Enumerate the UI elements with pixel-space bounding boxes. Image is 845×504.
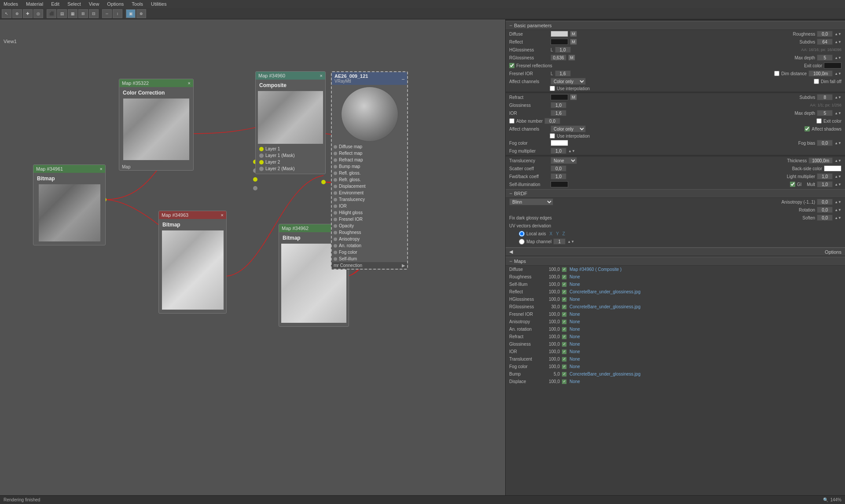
maps-row-check-2[interactable]: ✓ bbox=[562, 282, 568, 287]
tool-10[interactable]: ↔ bbox=[102, 9, 112, 18]
dim-falloff-checkbox[interactable] bbox=[814, 79, 819, 84]
affect-channels-select[interactable]: Color only bbox=[551, 78, 586, 85]
maps-row-check-8[interactable]: ✓ bbox=[562, 327, 568, 332]
maps-row-name-1[interactable]: None bbox=[569, 274, 580, 279]
diffuse-m[interactable]: M bbox=[570, 31, 577, 37]
maps-check-box-2[interactable]: ✓ bbox=[562, 282, 567, 287]
reflect-m[interactable]: M bbox=[570, 39, 577, 45]
backside-swatch[interactable] bbox=[824, 165, 841, 172]
maps-row-check-15[interactable]: ✓ bbox=[562, 379, 568, 384]
tool-active[interactable]: ▣ bbox=[126, 9, 136, 18]
menu-select[interactable]: Select bbox=[66, 1, 83, 7]
node-vray[interactable]: AE26_009_121 VRayMtl – Diffuse map Refle… bbox=[331, 71, 408, 270]
maps-row-name-0[interactable]: Map #34960 ( Composite ) bbox=[569, 267, 621, 272]
maps-row-name-10[interactable]: None bbox=[569, 342, 580, 347]
node-cc-close[interactable]: × bbox=[188, 80, 191, 86]
roughness-spin[interactable]: ▲▼ bbox=[834, 32, 841, 36]
fresnel-ior-input[interactable] bbox=[555, 70, 571, 77]
tool-4[interactable]: ◎ bbox=[33, 9, 43, 18]
fog-mult-spin[interactable]: ▲▼ bbox=[568, 149, 575, 153]
maps-row-check-9[interactable]: ✓ bbox=[562, 334, 568, 340]
soften-input[interactable] bbox=[817, 215, 833, 221]
maps-check-box-4[interactable]: ✓ bbox=[562, 297, 567, 302]
affect-shadows-checkbox[interactable] bbox=[805, 126, 810, 131]
refract-m[interactable]: M bbox=[570, 94, 577, 100]
maps-row-check-11[interactable]: ✓ bbox=[562, 349, 568, 354]
translucency-select[interactable]: None bbox=[551, 157, 577, 164]
maps-row-name-5[interactable]: ConcreteBare_under_glossiness.jpg bbox=[569, 304, 640, 309]
maps-row-check-6[interactable]: ✓ bbox=[562, 312, 568, 317]
soften-spin[interactable]: ▲▼ bbox=[834, 216, 841, 220]
maxdepth-spin[interactable]: ▲▼ bbox=[834, 56, 841, 60]
maps-check-box-6[interactable]: ✓ bbox=[562, 312, 567, 317]
fwdback-input[interactable] bbox=[551, 173, 566, 179]
maps-row-check-10[interactable]: ✓ bbox=[562, 342, 568, 347]
maps-row-name-15[interactable]: None bbox=[569, 379, 580, 384]
aniso-spin[interactable]: ▲▼ bbox=[834, 200, 841, 204]
maps-check-box-10[interactable]: ✓ bbox=[562, 342, 567, 347]
tool-2[interactable]: ⊕ bbox=[12, 9, 22, 18]
tool-3[interactable]: ✚ bbox=[23, 9, 33, 18]
fog-bias-input[interactable] bbox=[817, 140, 833, 146]
maps-check-box-1[interactable]: ✓ bbox=[562, 274, 567, 280]
self-illum-swatch[interactable] bbox=[551, 181, 568, 187]
abbe-checkbox[interactable] bbox=[509, 118, 514, 124]
affect-channels2-select[interactable]: Color only bbox=[551, 125, 586, 132]
roughness-input[interactable] bbox=[817, 31, 833, 37]
tool-8[interactable]: ⊞ bbox=[78, 9, 88, 18]
use-interpolation2-checkbox[interactable] bbox=[550, 133, 555, 139]
rglos-input[interactable] bbox=[551, 55, 566, 61]
maps-check-box-0[interactable]: ✓ bbox=[562, 267, 567, 272]
arrow-left[interactable]: ◀ bbox=[509, 249, 513, 255]
maps-check-box-8[interactable]: ✓ bbox=[562, 327, 567, 332]
exit-color-swatch[interactable] bbox=[824, 62, 841, 69]
maps-row-check-3[interactable]: ✓ bbox=[562, 289, 568, 295]
tool-6[interactable]: ▤ bbox=[57, 9, 67, 18]
maps-check-box-12[interactable]: ✓ bbox=[562, 357, 567, 362]
tool-5[interactable]: ⬛ bbox=[47, 9, 56, 18]
maps-row-name-8[interactable]: None bbox=[569, 327, 580, 332]
mult-spin[interactable]: ▲▼ bbox=[834, 183, 841, 186]
use-interpolation-checkbox[interactable] bbox=[550, 86, 555, 91]
section-minus-brdf[interactable]: − bbox=[509, 190, 512, 197]
dim-distance-input[interactable] bbox=[808, 70, 833, 77]
maps-row-name-14[interactable]: ConcreteBare_under_glossiness.jpg bbox=[569, 372, 640, 376]
maps-row-name-6[interactable]: None bbox=[569, 312, 580, 317]
section-minus-maps[interactable]: − bbox=[509, 258, 512, 264]
maps-row-name-9[interactable]: None bbox=[569, 334, 580, 339]
rotation-input[interactable] bbox=[817, 207, 833, 213]
mult-input[interactable] bbox=[817, 181, 833, 187]
refract-subdivs-input[interactable] bbox=[817, 94, 833, 100]
node-bitmap1[interactable]: Map #34961 × Bitmap bbox=[33, 164, 106, 245]
tool-12[interactable]: ⊕ bbox=[136, 9, 146, 18]
exit-color-r-checkbox[interactable] bbox=[816, 118, 822, 124]
reflect-swatch[interactable] bbox=[551, 39, 568, 45]
gloss-r-input[interactable] bbox=[551, 102, 566, 108]
gi-checkbox[interactable] bbox=[790, 182, 795, 187]
maxdepth-r-input[interactable] bbox=[817, 110, 833, 116]
thickness-input[interactable] bbox=[808, 157, 833, 164]
node-color-correction[interactable]: Map #35322 × Color Correction Map bbox=[119, 79, 194, 171]
map-channel-spin[interactable]: ▲▼ bbox=[567, 240, 574, 244]
maps-row-check-4[interactable]: ✓ bbox=[562, 297, 568, 302]
menu-view[interactable]: View bbox=[87, 1, 101, 7]
tool-11[interactable]: ↕ bbox=[113, 9, 122, 18]
map-channel-radio[interactable] bbox=[519, 239, 525, 245]
dim-distance-checkbox[interactable] bbox=[774, 71, 779, 76]
light-mult-input[interactable] bbox=[817, 173, 833, 179]
menu-modes[interactable]: Modes bbox=[2, 1, 20, 7]
fog-mult-input[interactable] bbox=[551, 148, 566, 154]
fresnel-checkbox[interactable] bbox=[509, 63, 514, 68]
node-composite[interactable]: Map #34960 × Composite Layer 1 Layer 1 (… bbox=[255, 71, 326, 174]
map-channel-input[interactable] bbox=[553, 238, 566, 245]
menu-tools[interactable]: Tools bbox=[130, 1, 145, 7]
node-composite-close[interactable]: × bbox=[320, 73, 323, 78]
tool-cursor[interactable]: ↖ bbox=[2, 9, 11, 18]
maps-check-box-11[interactable]: ✓ bbox=[562, 349, 567, 354]
maps-row-name-4[interactable]: None bbox=[569, 297, 580, 302]
tool-9[interactable]: ⊟ bbox=[89, 9, 99, 18]
aniso-input[interactable] bbox=[817, 199, 833, 205]
ior-input[interactable] bbox=[551, 110, 566, 116]
maps-row-name-2[interactable]: None bbox=[569, 282, 580, 287]
fog-color-swatch[interactable] bbox=[551, 140, 568, 146]
